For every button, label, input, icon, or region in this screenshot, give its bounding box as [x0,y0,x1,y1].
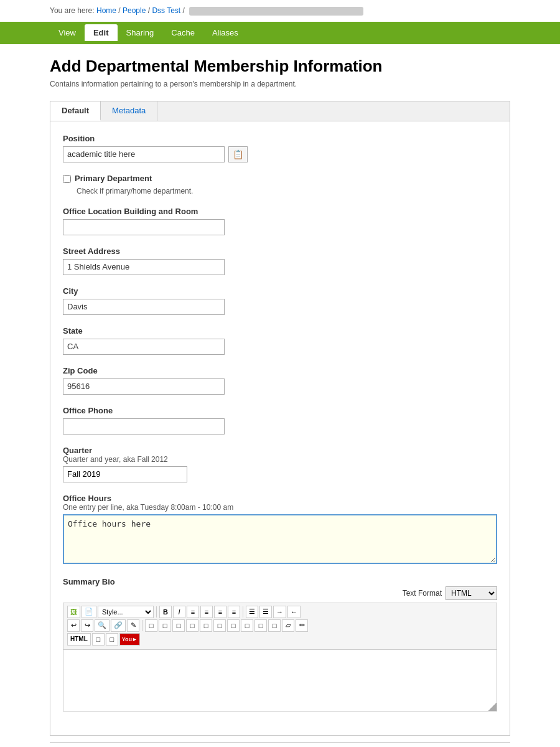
summary-bio-label: Summary Bio [63,577,497,586]
breadcrumb-people[interactable]: People [123,6,146,15]
extra3-icon: □ [177,622,181,629]
tab-view[interactable]: View [50,24,85,41]
undo-icon: ↩ [71,621,77,629]
toolbar-image-btn[interactable]: 🖼 [67,606,80,618]
toolbar-btn-extra6[interactable]: □ [213,619,226,632]
office-hours-textarea[interactable]: Office hours here [63,514,497,564]
page-title: Add Departmental Membership Information [50,57,510,76]
office-phone-label: Office Phone [63,406,497,415]
text-format-row: Text Format HTML Plain Text [63,586,497,600]
toolbar-edit-link-btn[interactable]: ✎ [127,619,139,632]
num-list-icon: ☰ [263,608,269,616]
toolbar-btn-extra11[interactable]: ▱ [282,619,294,632]
extra9-icon: □ [259,622,263,629]
position-input[interactable] [63,146,225,162]
street-address-section: Street Address [63,247,497,275]
office-hours-label: Office Hours [63,494,497,503]
breadcrumb-dss-test[interactable]: Dss Test [152,6,180,15]
toolbar-style-select[interactable]: Style... [98,606,154,618]
toolbar-btn-extra10[interactable]: □ [268,619,281,632]
state-section: State [63,326,497,355]
bottom-bar [50,742,510,747]
italic-icon: I [178,608,180,616]
tab-default[interactable]: Default [50,101,101,121]
tab-sharing[interactable]: Sharing [118,24,163,41]
toolbar-outdent-btn[interactable]: ← [287,606,301,618]
toolbar-align-center-btn[interactable]: ≡ [200,606,213,618]
state-input[interactable] [63,339,225,355]
toolbar-align-justify-btn[interactable]: ≡ [228,606,240,618]
pencil-icon: ✏ [299,621,305,629]
primary-department-label: Primary Department [75,174,152,183]
row3-icon-1: □ [96,636,100,643]
toolbar-link-btn[interactable]: 🔗 [111,619,126,632]
toolbar-align-right-btn[interactable]: ≡ [214,606,226,618]
toolbar-redo-btn[interactable]: ↪ [81,619,93,632]
text-format-select[interactable]: HTML Plain Text [446,586,497,600]
toolbar-btn-extra5[interactable]: □ [200,619,212,632]
bold-icon: B [163,608,168,616]
toolbar-pencil-btn[interactable]: ✏ [296,619,308,632]
toolbar-btn-extra8[interactable]: □ [241,619,253,632]
toolbar-btn-extra2[interactable]: □ [159,619,171,632]
you-are-here-label: You are here: [50,6,95,15]
toolbar-btn-extra7[interactable]: □ [227,619,240,632]
toolbar-bold-btn[interactable]: B [159,606,172,618]
align-left-icon: ≡ [191,608,195,616]
extra5-icon: □ [204,622,208,629]
toolbar-indent-btn[interactable]: → [273,606,286,618]
tab-cache[interactable]: Cache [162,24,203,41]
toolbar-undo-btn[interactable]: ↩ [67,619,80,632]
main-content: Add Departmental Membership Information … [0,44,560,747]
toolbar-btn-extra9[interactable]: □ [254,619,267,632]
tab-aliases[interactable]: Aliases [203,24,247,41]
toolbar-btn-row3-2[interactable]: □ [106,633,118,646]
toolbar-italic-btn[interactable]: I [173,606,185,618]
toolbar-btn-extra4[interactable]: □ [186,619,198,632]
primary-department-checkbox[interactable] [63,175,71,183]
row3-icon-2: □ [110,636,114,643]
street-address-input[interactable] [63,259,225,275]
wysiwyg-content [63,649,497,712]
toolbar-num-list-btn[interactable]: ☰ [259,606,272,618]
toolbar-align-left-btn[interactable]: ≡ [187,606,199,618]
zip-code-input[interactable] [63,378,225,395]
breadcrumb-home[interactable]: Home [96,6,116,15]
quarter-input[interactable] [63,466,187,482]
office-location-input[interactable] [63,219,225,235]
extra4-icon: □ [190,622,195,629]
toolbar-btn-row3-1[interactable]: □ [92,633,105,646]
toolbar-bullet-list-btn[interactable]: ☰ [246,606,258,618]
extra7-icon: □ [231,622,236,629]
extra11-icon: ▱ [286,621,291,629]
office-phone-input[interactable] [63,418,225,435]
position-section: Position 📋 [63,134,497,162]
extra8-icon: □ [245,622,250,629]
tab-edit[interactable]: Edit [85,24,118,41]
extra2-icon: □ [163,622,167,629]
toolbar-find-btn[interactable]: 🔍 [95,619,110,632]
html-icon: HTML [70,636,88,642]
indent-icon: → [276,608,283,616]
position-icon-button[interactable]: 📋 [228,146,248,162]
toolbar-sep-3 [142,620,142,631]
toolbar-html-btn[interactable]: HTML [67,633,91,646]
outdent-icon: ← [291,608,297,616]
summary-bio-section: Summary Bio Text Format HTML Plain Text … [63,577,497,712]
zip-code-section: Zip Code [63,366,497,395]
toolbar-btn-extra3[interactable]: □ [172,619,185,632]
tab-metadata[interactable]: Metadata [101,101,157,121]
toolbar-youtube-btn[interactable]: You► [119,633,140,646]
align-center-icon: ≡ [205,608,208,616]
office-phone-section: Office Phone [63,406,497,435]
toolbar-btn-extra1[interactable]: □ [145,619,157,632]
toolbar-file-btn[interactable]: 📄 [82,606,96,618]
toolbar-row-2: ↩ ↪ 🔍 🔗 ✎ □ □ □ □ □ □ □ □ □ □ ▱ [67,619,493,632]
edit-link-icon: ✎ [131,621,136,629]
wysiwyg-resize-handle[interactable] [488,702,497,711]
breadcrumb-blurred [189,7,363,16]
wysiwyg-editor[interactable] [63,650,497,706]
office-hours-section: Office Hours One entry per line, aka Tue… [63,494,497,566]
city-input[interactable] [63,299,225,315]
toolbar-row-3: HTML □ □ You► [67,633,493,646]
